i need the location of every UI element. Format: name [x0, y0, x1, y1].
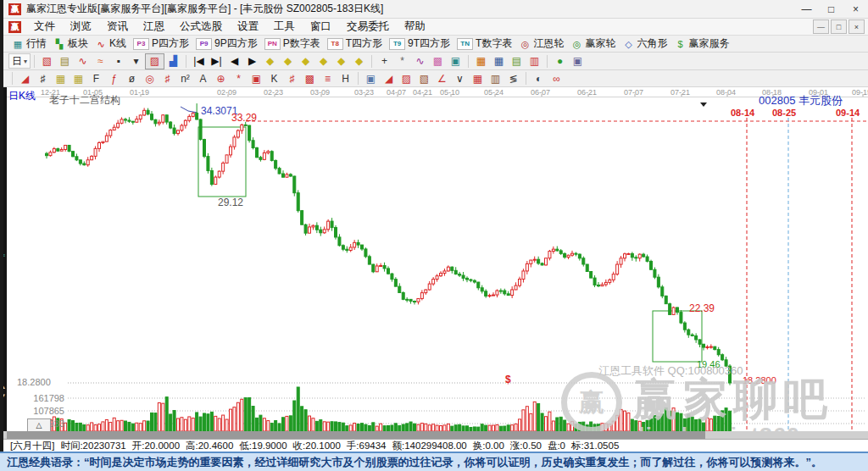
tb2-icon-2-1[interactable]: * [393, 54, 411, 69]
tb1-label-6: T四方形 [346, 36, 382, 51]
tb3-icon-0-6[interactable]: ø [123, 71, 141, 86]
tb3-icon-0-13[interactable]: ▣ [248, 71, 265, 86]
tb1-button-9[interactable]: ◎江恩轮 [515, 36, 567, 51]
tb1-button-2[interactable]: ∿K线 [92, 36, 130, 51]
tb2-icon-0-0[interactable]: ▧ [38, 54, 56, 69]
tb3-icon-1-1[interactable]: ◢ [380, 71, 398, 86]
tb3-icon-0-11[interactable]: ⊕ [212, 71, 230, 86]
tb1-icon-3: P3 [133, 38, 149, 50]
tb1-button-7[interactable]: T99T四方形 [386, 36, 453, 51]
dollar-marker: $ [505, 374, 511, 385]
tb3-icon-0-3[interactable]: ▦ [70, 71, 87, 86]
tb1-button-3[interactable]: P3P四方形 [130, 36, 192, 51]
tb3-icon-1-2[interactable]: ▨ [398, 71, 415, 86]
tb1-label-2: K线 [109, 36, 126, 51]
tb2-icon-1-2[interactable]: ◀ [225, 54, 243, 69]
tb3-icon-0-5[interactable]: ƒ [105, 71, 123, 86]
tb2-icon-2-3[interactable]: ▩ [429, 54, 447, 69]
tb1-icon-4: P9 [196, 38, 212, 50]
tb1-button-8[interactable]: TNT数字表 [453, 36, 515, 51]
tb2-icon-0-5[interactable]: ▾ [127, 54, 145, 69]
tb2-icon-0-1[interactable]: ▤ [56, 54, 74, 69]
tb3-icon-1-6[interactable]: ▦ [469, 71, 487, 86]
tb2-icon-2-2[interactable]: ∿ [411, 54, 429, 69]
scrollbar-thumb[interactable] [7, 431, 705, 439]
tb3-icon-1-7[interactable]: ▥ [487, 71, 504, 86]
minimize-button[interactable]: — [794, 0, 819, 19]
menu-item-3[interactable]: 江恩 [136, 18, 172, 36]
tb3-icon-0-4[interactable]: F [87, 71, 105, 86]
tb3-icon-0-2[interactable]: ▦ [52, 71, 70, 86]
menu-item-9[interactable]: 帮助 [397, 18, 433, 36]
tb3-icon-2-1[interactable]: ∞ [548, 71, 565, 86]
tb3-icon-0-8[interactable]: ♯ [159, 71, 176, 86]
tb2-icon-1-1[interactable]: ▶| [208, 54, 225, 69]
tb3-icon-1-5[interactable]: ∨ [451, 71, 469, 86]
tb2-icon-1-4[interactable]: ◆ [261, 54, 279, 69]
tb2-icon-1-8[interactable]: ◆ [332, 54, 350, 69]
menu-item-8[interactable]: 交易委托 [339, 18, 397, 36]
tb2-icon-1-3[interactable]: ▶ [243, 54, 261, 69]
tb2-icon-3-3[interactable]: ▥ [526, 54, 543, 69]
tb3-icon-1-4[interactable]: ∠ [433, 71, 451, 86]
menu-item-5[interactable]: 设置 [230, 18, 266, 36]
tb3-icon-0-14[interactable]: K [265, 71, 283, 86]
tb3-icon-0-9[interactable]: n² [176, 71, 194, 86]
tb1-button-5[interactable]: PNP数字表 [261, 36, 324, 51]
tb2-icon-1-0[interactable]: |◀ [190, 54, 208, 69]
tb3-icon-0-10[interactable]: A [194, 71, 212, 86]
tb2-icon-4-1[interactable]: ▣ [569, 54, 587, 69]
tb1-button-4[interactable]: P99P四方形 [192, 36, 261, 51]
tb1-button-10[interactable]: ◎赢家轮 [567, 36, 619, 51]
tb1-button-11[interactable]: ◇六角形 [619, 36, 670, 51]
tb1-button-1[interactable]: ▚板块 [50, 36, 92, 51]
tb2-icon-1-9[interactable]: ◆ [350, 54, 368, 69]
tb2-icon-1-6[interactable]: ◆ [297, 54, 314, 69]
tb2-icon-0-2[interactable]: ∿ [74, 54, 92, 69]
tb3-icon-0-15[interactable]: ♯ [283, 71, 301, 86]
tb2-icon-3-0[interactable]: ▦ [472, 54, 490, 69]
tb3-icon-0-1[interactable]: ♯ [34, 71, 52, 86]
tb1-label-5: P数字表 [283, 36, 320, 51]
menu-item-7[interactable]: 窗口 [303, 18, 339, 36]
expand-panel-button[interactable]: △ [27, 418, 51, 431]
menu-item-0[interactable]: 文件 [26, 18, 63, 36]
tb2-icon-2-0[interactable]: + [376, 54, 393, 69]
menu-item-4[interactable]: 公式选股 [172, 18, 230, 36]
tb3-icon-0-18[interactable]: H [337, 71, 354, 86]
close-button[interactable]: × [843, 0, 868, 19]
tb3-icon-2-0[interactable]: ◐ [530, 71, 548, 86]
tb2-icon-3-2[interactable]: ▤ [508, 54, 526, 69]
tb3-icon-0-17[interactable]: ≡ [319, 71, 337, 86]
tb3-icon-0-16[interactable]: ▩ [301, 71, 319, 86]
tb2-icon-0-3[interactable]: ≈ [92, 54, 109, 69]
period-selector[interactable]: 日 ▾ [8, 53, 31, 69]
tb1-button-12[interactable]: $赢家服务 [670, 36, 732, 51]
tb3-icon-0-12[interactable]: * [230, 71, 248, 86]
separator [468, 55, 469, 68]
mdi-window-button-0[interactable]: — [813, 19, 829, 34]
tb2-icon-4-0[interactable]: ● [551, 54, 569, 69]
tb1-button-6[interactable]: T8T四方形 [324, 36, 386, 51]
menu-item-1[interactable]: 浏览 [63, 18, 99, 36]
tb2-icon-2-4[interactable]: ▣ [447, 54, 465, 69]
tb2-icon-0-4[interactable]: ▪ [109, 54, 127, 69]
tb3-icon-0-0[interactable]: ◢ [16, 71, 34, 86]
tb3-icon-1-0[interactable]: ▣ [362, 71, 380, 86]
horizontal-scrollbar[interactable] [0, 431, 868, 439]
tb2-icon-0-6[interactable]: ▨ [145, 53, 164, 69]
tb3-icon-1-3[interactable]: ▧ [415, 71, 433, 86]
menu-item-2[interactable]: 资讯 [99, 18, 136, 36]
tb3-icon-0-7[interactable]: ◎ [141, 71, 159, 86]
mdi-window-button-1[interactable]: □ [831, 19, 847, 34]
maximize-button[interactable]: □ [819, 0, 843, 19]
tb2-icon-1-5[interactable]: ◆ [279, 54, 297, 69]
mdi-window-button-2[interactable]: × [849, 19, 865, 34]
tb1-button-0[interactable]: ▦行情 [8, 36, 50, 51]
tb2-icon-0-7[interactable]: ▟ [164, 54, 182, 69]
menu-item-6[interactable]: 工具 [266, 18, 303, 36]
tb2-icon-3-1[interactable]: ▦ [490, 54, 508, 69]
tb2-icon-1-7[interactable]: ◆ [314, 54, 332, 69]
tb3-icon-1-8[interactable]: ≶ [504, 71, 522, 86]
kline-chart-area[interactable]: 12-2101-0501-1902-0902-2303-0903-2304-07… [0, 87, 868, 431]
